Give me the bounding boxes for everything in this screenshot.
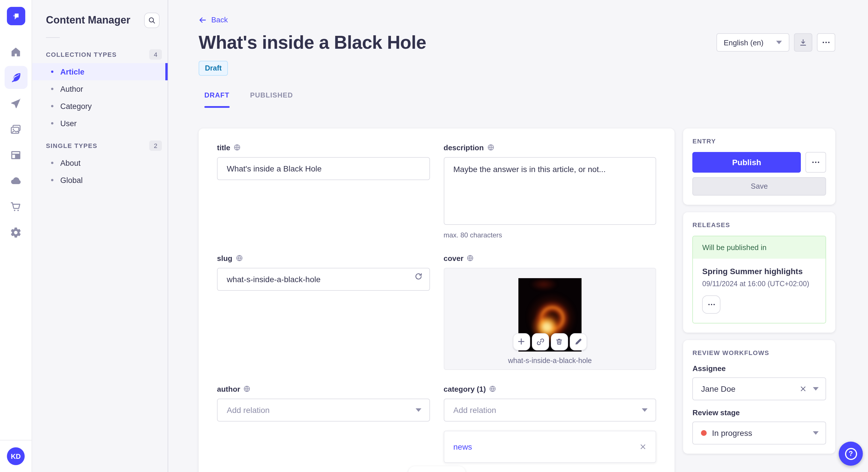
help-button[interactable]: ? [839,442,863,466]
sidebar-item-category[interactable]: Category [32,98,167,115]
nav-rail-footer: KD [0,440,32,472]
relation-item-news: news [443,430,656,463]
header-more-button[interactable] [817,33,835,52]
nav-rail: KD [0,0,32,472]
right-panel-column: ENTRY Publish Save RELEASES Will be publ… [683,128,836,453]
tab-published-label: PUBLISHED [250,91,293,99]
link-icon [536,338,545,345]
category-placeholder: Add relation [453,405,496,414]
review-workflows-heading: REVIEW WORKFLOWS [693,349,826,356]
category-relation-select[interactable]: Add relation [443,398,656,421]
chevron-down-icon [813,431,818,434]
ellipsis-icon [708,303,715,305]
regenerate-slug-button[interactable] [414,272,422,280]
remove-relation-button[interactable] [640,443,647,450]
clear-assignee-button[interactable] [800,385,807,392]
search-button[interactable] [144,12,160,28]
edit-media-button[interactable] [570,333,587,350]
settings-gear-icon[interactable] [4,221,27,244]
bullet-icon [51,105,53,107]
locale-select[interactable]: English (en) [716,33,789,52]
copy-link-button[interactable] [532,333,549,350]
sidebar-item-global[interactable]: Global [32,171,167,189]
description-textarea[interactable]: Maybe the answer is in this article, or … [443,157,656,225]
main-content: Back What's inside a Black Hole English … [168,0,868,472]
refresh-icon [414,272,422,280]
status-badge: Draft [198,61,228,75]
field-title: title [217,143,430,239]
section-count-badge: 2 [149,140,162,151]
divider [46,37,60,38]
home-icon[interactable] [4,40,27,63]
single-types-section: SINGLE TYPES 2 About Global [32,137,167,189]
assignee-select[interactable]: Jane Doe [693,377,826,400]
strapi-logo[interactable] [7,7,25,25]
slug-input[interactable] [217,268,430,291]
sidebar-item-author[interactable]: Author [32,80,167,98]
tab-underline [250,106,293,107]
review-stage-select[interactable]: In progress [693,421,826,444]
assignee-value: Jane Doe [701,384,736,393]
field-author: author Add relation [217,384,430,463]
author-relation-select[interactable]: Add relation [217,398,430,421]
sidebar-item-label: Article [60,67,84,76]
review-workflows-panel: REVIEW WORKFLOWS Assignee Jane Doe Revie… [683,340,836,453]
user-avatar[interactable]: KD [7,447,25,465]
tab-draft[interactable]: DRAFT [198,91,235,107]
question-mark-icon: ? [845,448,857,460]
collection-types-section: COLLECTION TYPES 4 Article Author Catego… [32,46,167,132]
review-stage-label: Review stage [693,408,826,417]
stage-dot-icon [701,430,707,436]
description-helper: max. 80 characters [443,231,656,239]
title-input[interactable] [217,157,430,180]
title-field-label: title [217,143,230,152]
back-link[interactable]: Back [198,15,228,24]
strapi-logo-icon [10,10,22,22]
sidebar-item-user[interactable]: User [32,115,167,132]
arrow-left-icon [198,16,207,24]
slug-field-label: slug [217,254,232,262]
sidebar-item-label: Global [60,176,83,184]
sidebar-item-article[interactable]: Article [32,63,167,80]
relation-link[interactable]: news [453,442,472,451]
releases-panel: RELEASES Will be published in Spring Sum… [683,212,836,332]
page-title: What's inside a Black Hole [198,32,426,53]
sidebar-item-about[interactable]: About [32,154,167,171]
bullet-icon [51,162,53,164]
collapsed-bottom-panel[interactable] [408,466,466,472]
save-button[interactable]: Save [693,177,826,195]
content-manager-icon[interactable] [4,66,27,89]
entry-panel: ENTRY Publish Save [683,128,836,204]
close-icon [640,443,647,450]
tab-published[interactable]: PUBLISHED [244,91,299,107]
content-type-builder-icon[interactable] [4,143,27,166]
cloud-icon[interactable] [4,169,27,192]
marketplace-cart-icon[interactable] [4,195,27,218]
ellipsis-icon [822,41,830,43]
media-library-icon[interactable] [4,117,27,140]
author-placeholder: Add relation [227,405,270,414]
globe-icon [236,255,243,262]
add-media-button[interactable] [513,333,530,350]
pencil-icon [575,338,582,345]
cover-image-black-hole[interactable] [518,278,582,351]
cover-filename: what-s-inside-a-black-hole [508,357,592,365]
delete-media-button[interactable] [551,333,568,350]
releases-icon[interactable] [4,92,27,115]
assignee-label: Assignee [693,364,826,372]
entry-form-card: title description Maybe the answer is in… [198,128,675,472]
globe-icon [467,255,474,262]
chevron-down-icon [813,387,818,390]
tab-underline [205,106,229,107]
description-field-label: description [443,143,484,152]
export-button[interactable] [794,33,812,52]
publish-button[interactable]: Publish [693,152,801,172]
chevron-down-icon [642,408,648,411]
entry-more-button[interactable] [805,152,826,172]
release-more-button[interactable] [702,295,721,313]
sidebar-item-label: Category [60,102,92,110]
release-date: 09/11/2024 at 16:00 (UTC+02:00) [702,279,817,288]
globe-icon [244,385,251,392]
strapi-admin: KD Content Manager COLLECTION TYPES 4 Ar… [0,0,868,472]
releases-heading: RELEASES [693,221,826,228]
